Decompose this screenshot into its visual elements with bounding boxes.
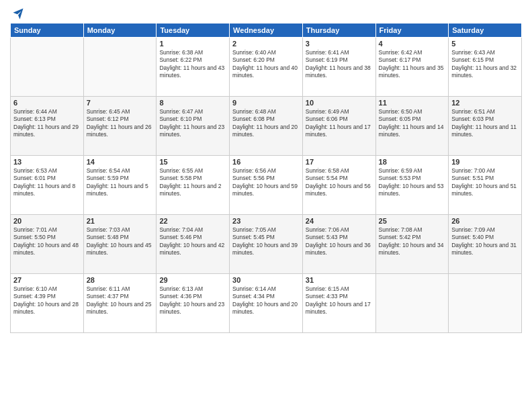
day-number: 28	[87, 276, 154, 284]
cell-content: Sunrise: 6:55 AM Sunset: 5:58 PM Dayligh…	[159, 167, 226, 198]
calendar-cell: 31Sunrise: 6:15 AM Sunset: 4:33 PM Dayli…	[302, 274, 375, 333]
calendar-cell: 13Sunrise: 6:53 AM Sunset: 6:01 PM Dayli…	[11, 156, 84, 215]
calendar-cell: 11Sunrise: 6:50 AM Sunset: 6:05 PM Dayli…	[375, 97, 449, 156]
week-row-3: 13Sunrise: 6:53 AM Sunset: 6:01 PM Dayli…	[11, 156, 522, 215]
day-number: 8	[159, 99, 226, 107]
cell-content: Sunrise: 6:14 AM Sunset: 4:34 PM Dayligh…	[232, 285, 300, 316]
day-number: 17	[306, 158, 373, 166]
calendar-page: SundayMondayTuesdayWednesdayThursdayFrid…	[0, 0, 532, 411]
cell-content: Sunrise: 6:38 AM Sunset: 6:22 PM Dayligh…	[159, 49, 226, 80]
cell-content: Sunrise: 7:09 AM Sunset: 5:40 PM Dayligh…	[451, 226, 519, 257]
cell-content: Sunrise: 6:42 AM Sunset: 6:17 PM Dayligh…	[379, 49, 446, 80]
calendar-cell: 24Sunrise: 7:06 AM Sunset: 5:43 PM Dayli…	[302, 215, 375, 274]
calendar-cell: 29Sunrise: 6:13 AM Sunset: 4:36 PM Dayli…	[157, 274, 230, 333]
column-header-monday: Monday	[83, 24, 157, 38]
calendar-table: SundayMondayTuesdayWednesdayThursdayFrid…	[10, 23, 522, 333]
day-number: 5	[451, 40, 519, 48]
cell-content: Sunrise: 6:41 AM Sunset: 6:19 PM Dayligh…	[306, 49, 373, 80]
day-number: 9	[232, 99, 300, 107]
calendar-cell	[11, 38, 84, 97]
calendar-cell: 17Sunrise: 6:58 AM Sunset: 5:54 PM Dayli…	[302, 156, 375, 215]
cell-content: Sunrise: 7:03 AM Sunset: 5:48 PM Dayligh…	[87, 226, 154, 257]
calendar-cell: 8Sunrise: 6:47 AM Sunset: 6:10 PM Daylig…	[157, 97, 230, 156]
column-header-sunday: Sunday	[11, 24, 84, 38]
calendar-cell	[449, 274, 522, 333]
column-header-thursday: Thursday	[302, 24, 375, 38]
cell-content: Sunrise: 6:58 AM Sunset: 5:54 PM Dayligh…	[306, 167, 373, 198]
calendar-cell: 22Sunrise: 7:04 AM Sunset: 5:46 PM Dayli…	[157, 215, 230, 274]
day-number: 1	[159, 40, 226, 48]
day-number: 21	[87, 217, 154, 225]
calendar-cell: 26Sunrise: 7:09 AM Sunset: 5:40 PM Dayli…	[449, 215, 522, 274]
calendar-cell: 19Sunrise: 7:00 AM Sunset: 5:51 PM Dayli…	[449, 156, 522, 215]
day-number: 16	[232, 158, 300, 166]
day-number: 13	[13, 158, 81, 166]
day-number: 29	[159, 276, 226, 284]
calendar-cell: 4Sunrise: 6:42 AM Sunset: 6:17 PM Daylig…	[375, 38, 449, 97]
calendar-cell: 14Sunrise: 6:54 AM Sunset: 5:59 PM Dayli…	[83, 156, 157, 215]
calendar-cell: 23Sunrise: 7:05 AM Sunset: 5:45 PM Dayli…	[230, 215, 303, 274]
calendar-cell: 20Sunrise: 7:01 AM Sunset: 5:50 PM Dayli…	[11, 215, 84, 274]
cell-content: Sunrise: 6:45 AM Sunset: 6:12 PM Dayligh…	[87, 108, 154, 139]
day-number: 24	[306, 217, 373, 225]
calendar-cell	[83, 38, 157, 97]
week-row-2: 6Sunrise: 6:44 AM Sunset: 6:13 PM Daylig…	[11, 97, 522, 156]
calendar-cell: 7Sunrise: 6:45 AM Sunset: 6:12 PM Daylig…	[83, 97, 157, 156]
day-number: 31	[306, 276, 373, 284]
cell-content: Sunrise: 6:51 AM Sunset: 6:03 PM Dayligh…	[451, 108, 519, 139]
day-number: 23	[232, 217, 300, 225]
column-header-tuesday: Tuesday	[157, 24, 230, 38]
calendar-cell: 27Sunrise: 6:10 AM Sunset: 4:39 PM Dayli…	[11, 274, 84, 333]
cell-content: Sunrise: 6:11 AM Sunset: 4:37 PM Dayligh…	[87, 285, 154, 316]
calendar-cell: 1Sunrise: 6:38 AM Sunset: 6:22 PM Daylig…	[157, 38, 230, 97]
cell-content: Sunrise: 6:50 AM Sunset: 6:05 PM Dayligh…	[379, 108, 446, 139]
day-number: 15	[159, 158, 226, 166]
calendar-cell: 5Sunrise: 6:43 AM Sunset: 6:15 PM Daylig…	[449, 38, 522, 97]
cell-content: Sunrise: 6:54 AM Sunset: 5:59 PM Dayligh…	[87, 167, 154, 198]
cell-content: Sunrise: 6:10 AM Sunset: 4:39 PM Dayligh…	[13, 285, 81, 316]
column-header-saturday: Saturday	[449, 24, 522, 38]
day-number: 19	[451, 158, 519, 166]
calendar-cell: 2Sunrise: 6:40 AM Sunset: 6:20 PM Daylig…	[230, 38, 303, 97]
day-number: 18	[379, 158, 446, 166]
calendar-cell: 21Sunrise: 7:03 AM Sunset: 5:48 PM Dayli…	[83, 215, 157, 274]
day-number: 14	[87, 158, 154, 166]
day-number: 4	[379, 40, 446, 48]
header-row: SundayMondayTuesdayWednesdayThursdayFrid…	[11, 24, 522, 38]
cell-content: Sunrise: 6:53 AM Sunset: 6:01 PM Dayligh…	[13, 167, 81, 198]
cell-content: Sunrise: 6:47 AM Sunset: 6:10 PM Dayligh…	[159, 108, 226, 139]
calendar-cell	[375, 274, 449, 333]
day-number: 27	[13, 276, 81, 284]
cell-content: Sunrise: 7:00 AM Sunset: 5:51 PM Dayligh…	[451, 167, 519, 198]
day-number: 20	[13, 217, 81, 225]
calendar-cell: 25Sunrise: 7:08 AM Sunset: 5:42 PM Dayli…	[375, 215, 449, 274]
logo	[10, 7, 25, 17]
cell-content: Sunrise: 6:40 AM Sunset: 6:20 PM Dayligh…	[232, 49, 300, 80]
week-row-4: 20Sunrise: 7:01 AM Sunset: 5:50 PM Dayli…	[11, 215, 522, 274]
week-row-5: 27Sunrise: 6:10 AM Sunset: 4:39 PM Dayli…	[11, 274, 522, 333]
cell-content: Sunrise: 6:15 AM Sunset: 4:33 PM Dayligh…	[306, 285, 373, 316]
calendar-cell: 12Sunrise: 6:51 AM Sunset: 6:03 PM Dayli…	[449, 97, 522, 156]
column-header-friday: Friday	[375, 24, 449, 38]
logo-bird-icon	[11, 7, 25, 20]
cell-content: Sunrise: 6:44 AM Sunset: 6:13 PM Dayligh…	[13, 108, 81, 139]
cell-content: Sunrise: 7:04 AM Sunset: 5:46 PM Dayligh…	[159, 226, 226, 257]
cell-content: Sunrise: 7:05 AM Sunset: 5:45 PM Dayligh…	[232, 226, 300, 257]
cell-content: Sunrise: 6:13 AM Sunset: 4:36 PM Dayligh…	[159, 285, 226, 316]
calendar-cell: 10Sunrise: 6:49 AM Sunset: 6:06 PM Dayli…	[302, 97, 375, 156]
cell-content: Sunrise: 7:06 AM Sunset: 5:43 PM Dayligh…	[306, 226, 373, 257]
cell-content: Sunrise: 6:48 AM Sunset: 6:08 PM Dayligh…	[232, 108, 300, 139]
day-number: 2	[232, 40, 300, 48]
calendar-cell: 30Sunrise: 6:14 AM Sunset: 4:34 PM Dayli…	[230, 274, 303, 333]
cell-content: Sunrise: 6:59 AM Sunset: 5:53 PM Dayligh…	[379, 167, 446, 198]
calendar-cell: 15Sunrise: 6:55 AM Sunset: 5:58 PM Dayli…	[157, 156, 230, 215]
cell-content: Sunrise: 6:49 AM Sunset: 6:06 PM Dayligh…	[306, 108, 373, 139]
day-number: 3	[306, 40, 373, 48]
calendar-cell: 28Sunrise: 6:11 AM Sunset: 4:37 PM Dayli…	[83, 274, 157, 333]
week-row-1: 1Sunrise: 6:38 AM Sunset: 6:22 PM Daylig…	[11, 38, 522, 97]
column-header-wednesday: Wednesday	[230, 24, 303, 38]
day-number: 25	[379, 217, 446, 225]
cell-content: Sunrise: 7:01 AM Sunset: 5:50 PM Dayligh…	[13, 226, 81, 257]
calendar-cell: 6Sunrise: 6:44 AM Sunset: 6:13 PM Daylig…	[11, 97, 84, 156]
day-number: 26	[451, 217, 519, 225]
